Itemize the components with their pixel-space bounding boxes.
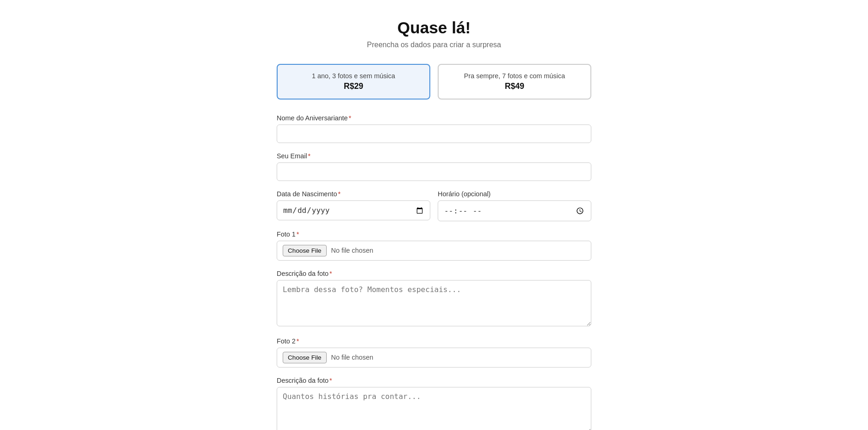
desc2-textarea[interactable]: [277, 387, 591, 430]
page-subtitle: Preencha os dados para criar a surpresa: [277, 41, 591, 49]
foto1-required: *: [297, 231, 299, 238]
nome-group: Nome do Aniversariante*: [277, 114, 591, 143]
plan-1-description: 1 ano, 3 fotos e sem música: [285, 72, 422, 80]
desc1-group: Descrição da foto*: [277, 270, 591, 328]
horario-group: Horário (opcional): [438, 190, 591, 221]
data-required: *: [338, 190, 341, 198]
data-input[interactable]: [277, 200, 430, 220]
plan-2-price: R$49: [446, 81, 583, 91]
page-title: Quase lá!: [277, 19, 591, 37]
foto1-group: Foto 1* Choose File No file chosen: [277, 231, 591, 261]
date-time-row: Data de Nascimento* Horário (opcional): [277, 190, 591, 231]
nome-required: *: [349, 114, 352, 122]
email-label: Seu Email*: [277, 152, 591, 160]
page-container: Quase lá! Preencha os dados para criar a…: [277, 19, 591, 430]
nome-label: Nome do Aniversariante*: [277, 114, 591, 122]
desc2-required: *: [329, 377, 332, 384]
desc1-textarea[interactable]: [277, 280, 591, 326]
horario-input[interactable]: [438, 200, 591, 221]
desc2-label: Descrição da foto*: [277, 377, 591, 384]
email-required: *: [308, 152, 311, 160]
foto1-file-wrapper: Choose File No file chosen: [277, 241, 591, 261]
foto1-label: Foto 1*: [277, 231, 591, 238]
foto1-no-file-label: No file chosen: [331, 247, 373, 254]
foto2-label: Foto 2*: [277, 337, 591, 345]
nome-input[interactable]: [277, 125, 591, 143]
plan-selector: 1 ano, 3 fotos e sem música R$29 Pra sem…: [277, 64, 591, 100]
plan-2-description: Pra sempre, 7 fotos e com música: [446, 72, 583, 80]
desc1-required: *: [329, 270, 332, 277]
foto2-no-file-label: No file chosen: [331, 354, 373, 361]
data-label: Data de Nascimento*: [277, 190, 430, 198]
plan-card-2[interactable]: Pra sempre, 7 fotos e com música R$49: [438, 64, 591, 100]
foto2-required: *: [297, 337, 299, 345]
foto2-choose-button[interactable]: Choose File: [283, 352, 327, 363]
foto1-choose-button[interactable]: Choose File: [283, 245, 327, 256]
main-form: Nome do Aniversariante* Seu Email* Data …: [277, 114, 591, 430]
email-input[interactable]: [277, 162, 591, 181]
desc1-label: Descrição da foto*: [277, 270, 591, 277]
foto2-group: Foto 2* Choose File No file chosen: [277, 337, 591, 368]
email-group: Seu Email*: [277, 152, 591, 181]
plan-1-price: R$29: [285, 81, 422, 91]
data-group: Data de Nascimento*: [277, 190, 430, 221]
plan-card-1[interactable]: 1 ano, 3 fotos e sem música R$29: [277, 64, 430, 100]
horario-label: Horário (opcional): [438, 190, 591, 198]
foto2-file-wrapper: Choose File No file chosen: [277, 348, 591, 368]
desc2-group: Descrição da foto*: [277, 377, 591, 430]
